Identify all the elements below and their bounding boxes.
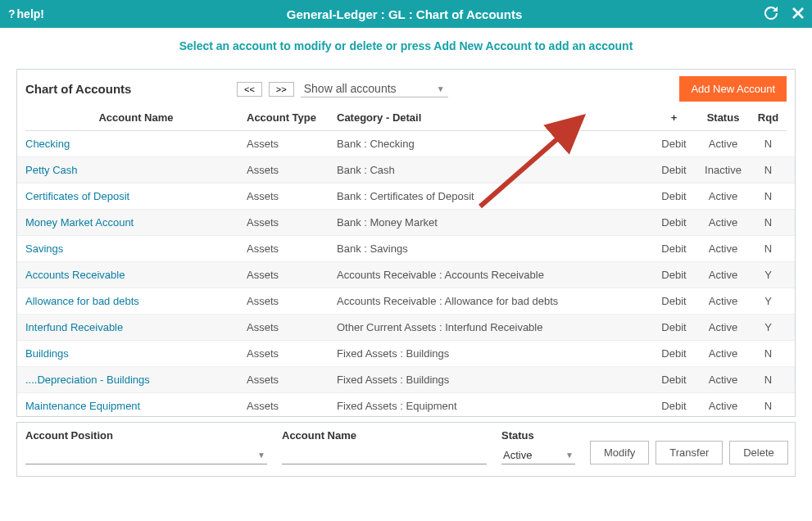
account-link[interactable]: Buildings <box>25 347 247 360</box>
col-header-rqd: Rqd <box>750 111 787 124</box>
account-plus: Debit <box>651 347 696 360</box>
table-row[interactable]: SavingsAssetsBank : SavingsDebitActiveN <box>17 236 795 262</box>
account-status: Active <box>696 269 750 281</box>
account-plus: Debit <box>651 164 696 176</box>
account-position-input[interactable]: ▼ <box>25 446 267 464</box>
account-type: Assets <box>247 269 337 281</box>
refresh-icon[interactable] <box>764 7 778 22</box>
table-row[interactable]: BuildingsAssetsFixed Assets : BuildingsD… <box>17 341 795 367</box>
table-row[interactable]: Interfund ReceivableAssetsOther Current … <box>17 315 795 341</box>
chevron-down-icon: ▼ <box>565 451 574 460</box>
account-link[interactable]: Accounts Receivable <box>25 269 247 281</box>
close-icon[interactable] <box>792 7 804 21</box>
account-rqd: N <box>750 347 787 360</box>
account-status: Active <box>696 321 750 333</box>
account-plus: Debit <box>651 295 696 307</box>
account-category: Fixed Assets : Buildings <box>337 374 651 386</box>
table-row[interactable]: CheckingAssetsBank : CheckingDebitActive… <box>17 131 795 157</box>
table-row[interactable]: Petty CashAssetsBank : CashDebitInactive… <box>17 157 795 183</box>
account-type: Assets <box>247 374 337 386</box>
account-category: Bank : Money Market <box>337 216 651 229</box>
modify-button[interactable]: Modify <box>590 441 649 464</box>
status-label: Status <box>501 429 575 442</box>
account-link[interactable]: Certificates of Deposit <box>25 190 247 202</box>
account-plus: Debit <box>651 321 696 333</box>
titlebar: ? help! General-Ledger : GL : Chart of A… <box>0 0 812 28</box>
account-status: Active <box>696 347 750 360</box>
account-link[interactable]: Checking <box>25 138 247 150</box>
account-status: Active <box>696 242 750 255</box>
chevron-down-icon: ▼ <box>437 84 445 93</box>
account-rqd: Y <box>750 295 787 307</box>
add-new-account-button[interactable]: Add New Account <box>679 76 787 102</box>
account-status: Active <box>696 400 750 412</box>
main-container: Select an account to modify or delete or… <box>0 28 812 482</box>
accounts-table[interactable]: CheckingAssetsBank : CheckingDebitActive… <box>17 131 795 416</box>
col-header-status: Status <box>696 111 750 124</box>
col-header-name: Account Name <box>25 111 247 124</box>
account-type: Assets <box>247 347 337 360</box>
account-name-input[interactable] <box>282 446 487 464</box>
transfer-button[interactable]: Transfer <box>655 441 723 464</box>
table-row[interactable]: Maintenance EquipmentAssetsFixed Assets … <box>17 393 795 416</box>
prev-button[interactable]: << <box>237 82 262 97</box>
account-category: Bank : Certificates of Deposit <box>337 190 651 202</box>
table-row[interactable]: Allowance for bad debtsAssetsAccounts Re… <box>17 288 795 315</box>
account-type: Assets <box>247 138 337 150</box>
col-header-type: Account Type <box>247 111 337 124</box>
account-status: Active <box>696 138 750 150</box>
delete-button[interactable]: Delete <box>729 441 788 464</box>
table-row[interactable]: Accounts ReceivableAssetsAccounts Receiv… <box>17 262 795 288</box>
panel-title: Chart of Accounts <box>25 82 230 96</box>
account-link[interactable]: Maintenance Equipment <box>25 400 247 412</box>
account-type: Assets <box>247 295 337 307</box>
account-plus: Debit <box>651 400 696 412</box>
next-button[interactable]: >> <box>269 82 294 97</box>
account-plus: Debit <box>651 269 696 281</box>
window-title: General-Ledger : GL : Chart of Accounts <box>44 7 764 21</box>
account-type: Assets <box>247 190 337 202</box>
account-name-label: Account Name <box>282 429 487 442</box>
account-type: Assets <box>247 216 337 229</box>
account-category: Accounts Receivable : Accounts Receivabl… <box>337 269 651 281</box>
table-row[interactable]: Certificates of DepositAssetsBank : Cert… <box>17 183 795 210</box>
account-rqd: N <box>750 242 787 255</box>
account-rqd: N <box>750 216 787 229</box>
col-header-plus: + <box>651 111 696 124</box>
panel-header: Chart of Accounts << >> Show all account… <box>25 76 787 102</box>
account-category: Accounts Receivable : Allowance for bad … <box>337 295 651 307</box>
help-link[interactable]: ? help! <box>8 7 44 20</box>
account-link[interactable]: ....Depreciation - Buildings <box>25 374 247 386</box>
status-group: Status Active ▼ <box>501 429 575 464</box>
instruction-text: Select an account to modify or delete or… <box>16 39 796 52</box>
table-row[interactable]: Money Market AccountAssetsBank : Money M… <box>17 210 795 236</box>
account-category: Fixed Assets : Buildings <box>337 347 651 360</box>
col-header-category: Category - Detail <box>337 111 651 124</box>
account-category: Bank : Savings <box>337 242 651 255</box>
account-category: Other Current Assets : Interfund Receiva… <box>337 321 651 333</box>
account-status: Inactive <box>696 164 750 176</box>
table-header: Account Name Account Type Category - Det… <box>25 108 787 131</box>
account-link[interactable]: Interfund Receivable <box>25 321 247 333</box>
account-link[interactable]: Allowance for bad debts <box>25 295 247 307</box>
account-status: Active <box>696 374 750 386</box>
help-icon: ? <box>8 7 16 20</box>
account-position-label: Account Position <box>25 429 267 442</box>
help-label: help! <box>17 7 44 20</box>
account-plus: Debit <box>651 138 696 150</box>
account-plus: Debit <box>651 374 696 386</box>
status-value: Active <box>503 449 532 461</box>
filter-select[interactable]: Show all accounts ▼ <box>301 80 448 97</box>
account-rqd: N <box>750 190 787 202</box>
account-type: Assets <box>247 242 337 255</box>
status-select[interactable]: Active ▼ <box>501 446 575 464</box>
account-link[interactable]: Money Market Account <box>25 216 247 229</box>
account-link[interactable]: Savings <box>25 242 247 255</box>
table-row[interactable]: ....Depreciation - BuildingsAssetsFixed … <box>17 367 795 393</box>
account-category: Bank : Checking <box>337 138 651 150</box>
accounts-panel: Chart of Accounts << >> Show all account… <box>16 69 796 417</box>
account-type: Assets <box>247 400 337 412</box>
account-type: Assets <box>247 164 337 176</box>
account-link[interactable]: Petty Cash <box>25 164 247 176</box>
account-plus: Debit <box>651 242 696 255</box>
